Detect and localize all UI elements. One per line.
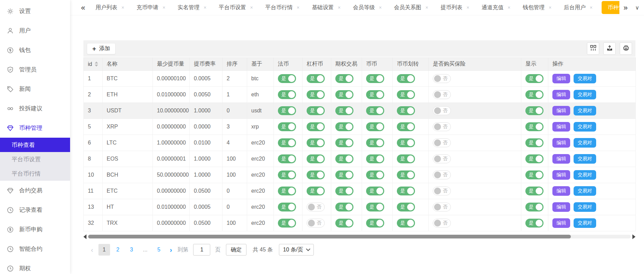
coin-toggle[interactable]: 是 [366,203,384,211]
edit-button[interactable]: 编辑 [552,154,570,164]
coin-toggle[interactable]: 是 [366,219,384,228]
page-size-select[interactable]: 10 条/页 [279,244,314,256]
coin-toggle[interactable]: 是 [366,90,384,99]
visible-toggle[interactable]: 是 [525,154,544,163]
lever-toggle[interactable]: 是 [307,170,325,179]
legal-toggle[interactable]: 是 [278,203,296,211]
option_trade-toggle[interactable]: 是 [335,122,353,131]
columns-button[interactable] [587,42,599,55]
visible-toggle[interactable]: 是 [525,203,544,211]
edit-button[interactable]: 编辑 [552,74,570,83]
option_trade-toggle[interactable]: 是 [335,90,353,99]
coin-toggle[interactable]: 是 [366,74,384,83]
next-page-icon[interactable]: › [166,246,176,254]
close-icon[interactable]: × [297,5,299,10]
option_trade-toggle[interactable]: 是 [335,106,353,115]
edit-button[interactable]: 编辑 [552,202,570,212]
visible-toggle[interactable]: 是 [525,187,544,195]
trade-pair-button[interactable]: 交易对 [574,202,596,212]
insurance-toggle[interactable]: 否 [433,74,451,83]
sidebar-item-contract-trade[interactable]: 合约交易 [0,181,70,200]
tab-coin-view[interactable]: 币种查看× [602,1,620,14]
edit-button[interactable]: 编辑 [552,122,570,132]
tab-platform-coin-settings[interactable]: 平台币设置× [213,0,259,15]
page-number-5[interactable]: 5 [153,244,165,256]
lever-toggle[interactable]: 是 [307,138,325,147]
option_trade-toggle[interactable]: 是 [335,138,353,147]
sidebar-item-smart-contract[interactable]: 智能合约 [0,239,70,259]
tabs-more-icon[interactable]: ∨ [632,4,641,11]
trade-pair-button[interactable]: 交易对 [574,90,596,99]
trade-pair-button[interactable]: 交易对 [574,122,596,132]
edit-button[interactable]: 编辑 [552,90,570,99]
lever-toggle[interactable]: 是 [307,90,325,99]
lever-toggle[interactable]: 是 [307,122,325,131]
confirm-button[interactable]: 确定 [226,244,246,256]
tab-wallet-manage[interactable]: 钱包管理× [516,0,558,15]
insurance-toggle[interactable]: 否 [433,90,451,99]
trade-pair-button[interactable]: 交易对 [574,170,596,180]
print-button[interactable] [620,42,632,55]
sidebar-item-wallet[interactable]: 钱包 [0,40,70,60]
edit-button[interactable]: 编辑 [552,170,570,180]
legal-toggle[interactable]: 是 [278,219,296,228]
edit-button[interactable]: 编辑 [552,106,570,115]
sidebar-item-settings[interactable]: 设置 [0,1,70,21]
lever-toggle[interactable]: 是 [307,187,325,195]
sidebar-item-coin-manage[interactable]: 币种管理 [0,118,70,138]
lever-toggle[interactable]: 否 [307,219,325,228]
visible-toggle[interactable]: 是 [525,74,544,83]
prev-page-icon[interactable]: ‹ [87,246,97,254]
insurance-toggle[interactable]: 否 [433,187,451,195]
edit-button[interactable]: 编辑 [552,138,570,148]
lever-toggle[interactable]: 是 [307,106,325,115]
trade-pair-button[interactable]: 交易对 [574,154,596,164]
legal-toggle[interactable]: 是 [278,122,296,131]
close-icon[interactable]: × [121,5,124,10]
lever-toggle[interactable]: 否 [307,203,325,211]
scroll-left-arrow-icon[interactable] [83,234,86,239]
insurance-toggle[interactable]: 否 [433,122,451,131]
insurance-toggle[interactable]: 否 [433,106,451,115]
insurance-toggle[interactable]: 否 [433,138,451,147]
tab-backend-users[interactable]: 后台用户× [558,0,599,15]
option_trade-toggle[interactable]: 是 [335,74,353,83]
option_trade-toggle[interactable]: 是 [335,187,353,195]
transfer-toggle[interactable]: 是 [397,187,415,195]
insurance-toggle[interactable]: 否 [433,219,451,228]
export-button[interactable] [603,42,616,55]
visible-toggle[interactable]: 是 [525,170,544,179]
sort-icon[interactable] [95,61,98,67]
option_trade-toggle[interactable]: 是 [335,219,353,228]
legal-toggle[interactable]: 是 [278,106,296,115]
trade-pair-button[interactable]: 交易对 [574,186,596,196]
close-icon[interactable]: × [590,5,592,10]
sidebar-subitem-platform-coin-settings[interactable]: 平台币设置 [0,152,70,166]
legal-toggle[interactable]: 是 [278,154,296,163]
close-icon[interactable]: × [426,5,428,10]
transfer-toggle[interactable]: 是 [397,122,415,131]
transfer-toggle[interactable]: 是 [397,154,415,163]
visible-toggle[interactable]: 是 [525,138,544,147]
coin-toggle[interactable]: 是 [366,187,384,195]
tab-realname-manage[interactable]: 实名管理× [172,0,213,15]
close-icon[interactable]: × [162,5,165,10]
tab-withdraw-list[interactable]: 提币列表× [434,0,475,15]
close-icon[interactable]: × [508,5,510,10]
tab-user-list[interactable]: 用户列表× [89,0,130,15]
scrollbar-track[interactable] [88,235,631,238]
visible-toggle[interactable]: 是 [525,122,544,131]
tab-deposit-request[interactable]: 充币申请× [130,0,171,15]
visible-toggle[interactable]: 是 [525,106,544,115]
sidebar-item-users[interactable]: 用户 [0,21,70,40]
transfer-toggle[interactable]: 是 [397,203,415,211]
legal-toggle[interactable]: 是 [278,187,296,195]
page-number-2[interactable]: 2 [112,244,124,256]
close-icon[interactable]: × [204,5,206,10]
sidebar-subitem-platform-coin-market[interactable]: 平台币行情 [0,166,70,181]
option_trade-toggle[interactable]: 是 [335,170,353,179]
coin-toggle[interactable]: 是 [366,138,384,147]
trade-pair-button[interactable]: 交易对 [574,138,596,148]
add-button[interactable]: + 添加 [87,43,116,54]
transfer-toggle[interactable]: 是 [397,219,415,228]
